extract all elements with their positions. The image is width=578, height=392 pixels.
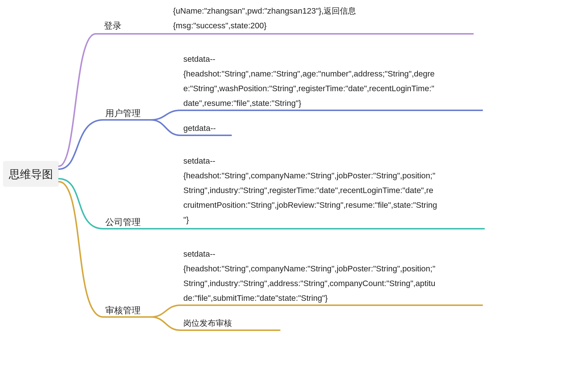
root-node[interactable]: 思维导图 [3, 161, 59, 187]
user-setdata-text: setdata-- {headshot:"String",name:"Strin… [183, 54, 437, 108]
branch-company-label[interactable]: 公司管理 [105, 217, 141, 227]
edge-audit-setdata [151, 305, 482, 317]
audit-setdata-text: setdata-- {headshot:"String",companyName… [183, 249, 438, 303]
branch-user-label[interactable]: 用户管理 [105, 108, 141, 118]
login-leaf-text: {uName:"zhangsan",pwd:"zhangsan123"},返回信… [173, 6, 358, 30]
edge-root-audit [59, 182, 151, 317]
company-setdata-text: setdata-- {headshot:"String",companyName… [183, 156, 439, 224]
audit-jobreview-text: 岗位发布审核 [183, 318, 232, 328]
mindmap-canvas: 思维导图 登录 {uName:"zhangsan",pwd:"zhangsan1… [0, 0, 578, 392]
edge-root-login [59, 34, 136, 166]
root-label: 思维导图 [8, 168, 53, 180]
branch-audit-label[interactable]: 审核管理 [105, 305, 141, 315]
branch-login-label[interactable]: 登录 [104, 21, 121, 31]
edge-user-setdata [151, 110, 482, 120]
user-getdata-text: getdata-- [183, 124, 216, 133]
